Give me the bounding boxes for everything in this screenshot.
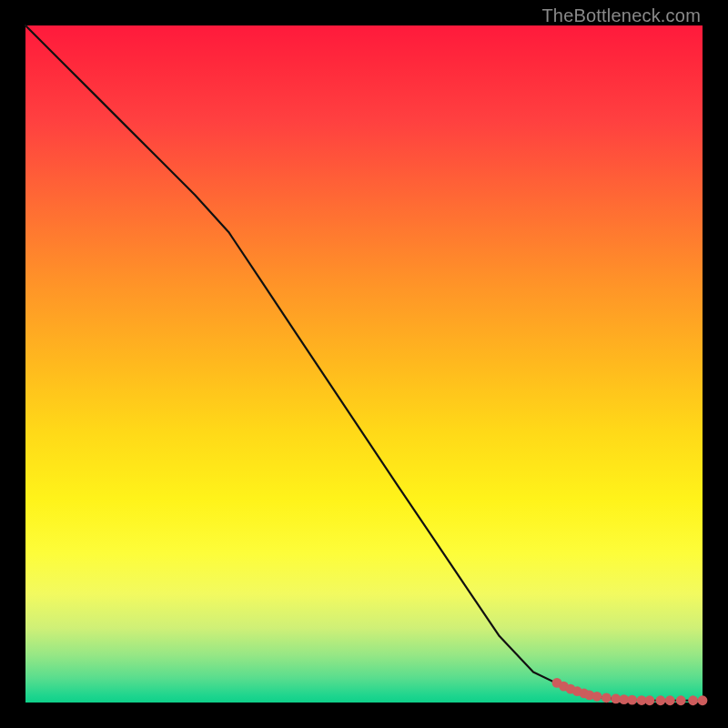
marker-point <box>665 695 675 705</box>
plot-area <box>25 25 703 703</box>
marker-point <box>627 695 637 705</box>
marker-point <box>602 693 612 703</box>
chart-overlay-svg <box>25 25 703 703</box>
marker-point <box>676 695 686 705</box>
marker-point <box>688 695 698 705</box>
chart-frame: TheBottleneck.com <box>0 0 728 728</box>
bottleneck-curve <box>25 25 703 701</box>
marker-point <box>592 692 602 702</box>
marker-point <box>655 695 665 705</box>
marker-point <box>698 695 708 705</box>
attribution-text: TheBottleneck.com <box>541 5 701 26</box>
marker-group <box>552 678 708 705</box>
marker-point <box>645 695 655 705</box>
